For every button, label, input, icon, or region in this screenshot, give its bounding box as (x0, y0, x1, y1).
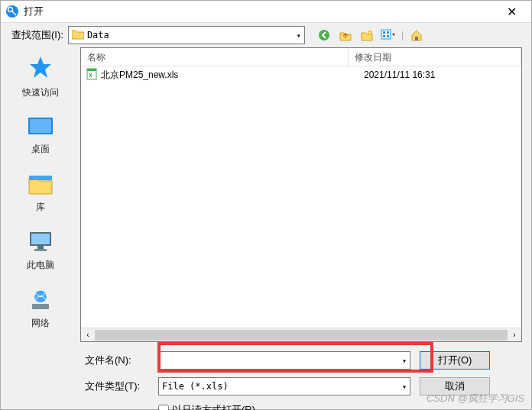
scroll-track[interactable] (95, 330, 508, 341)
column-headers: 名称 修改日期 (81, 48, 521, 66)
titlebar: 打开 ✕ (1, 1, 531, 23)
filetype-value: File (*.xls) (162, 381, 229, 392)
look-in-row: 查找范围(I): Data ▾ | (1, 23, 531, 47)
svg-rect-21 (87, 69, 96, 71)
chevron-down-icon: ▾ (402, 383, 407, 391)
chevron-down-icon: ▾ (297, 31, 301, 40)
svg-rect-12 (30, 119, 51, 133)
main-area: 快速访问 桌面 库 此电脑 网络 名称 修改日期 (1, 47, 531, 345)
file-name: 北京PM25_new.xls (101, 69, 364, 82)
svg-rect-10 (415, 37, 418, 40)
look-in-folder: Data (87, 30, 109, 40)
svg-rect-5 (381, 30, 391, 39)
svg-rect-13 (29, 176, 52, 180)
svg-rect-9 (387, 35, 389, 37)
filetype-row: 文件类型(T): File (*.xls) ▾ 取消 (85, 377, 521, 395)
folder-icon (72, 29, 84, 42)
scroll-right-icon[interactable]: › (508, 331, 521, 339)
filename-input[interactable]: ▾ (158, 351, 410, 370)
quick-access-icon (7, 55, 74, 83)
svg-rect-15 (31, 234, 50, 244)
filetype-dropdown[interactable]: File (*.xls) ▾ (158, 377, 410, 395)
cancel-button[interactable]: 取消 (420, 377, 490, 395)
sidebar-item-label: 桌面 (7, 143, 74, 156)
sidebar-item-this-pc[interactable]: 此电脑 (7, 226, 74, 276)
look-in-dropdown[interactable]: Data ▾ (68, 26, 305, 44)
column-header-date[interactable]: 修改日期 (349, 48, 521, 66)
readonly-row: 以只读方式打开(R) (85, 403, 521, 410)
horizontal-scrollbar[interactable]: ‹ › (81, 328, 521, 341)
sidebar-item-label: 快速访问 (7, 86, 74, 99)
sidebar-item-label: 网络 (7, 317, 74, 330)
xls-file-icon (86, 68, 98, 82)
sidebar-item-network[interactable]: 网络 (7, 284, 74, 334)
readonly-label: 以只读方式打开(R) (172, 403, 255, 410)
up-one-level-button[interactable] (337, 27, 354, 44)
places-sidebar: 快速访问 桌面 库 此电脑 网络 (4, 47, 77, 342)
file-list: 名称 修改日期 北京PM25_new.xls 2021/11/11 16:31 … (80, 47, 522, 342)
readonly-checkbox[interactable] (158, 405, 169, 410)
scroll-thumb[interactable] (95, 330, 508, 341)
view-menu-button[interactable] (380, 27, 397, 44)
svg-point-3 (319, 30, 329, 40)
open-button[interactable]: 打开(O) (420, 351, 490, 370)
dialog-title: 打开 (24, 5, 496, 18)
svg-rect-6 (383, 31, 385, 34)
sidebar-item-quick-access[interactable]: 快速访问 (7, 50, 74, 104)
nav-buttons: | (316, 27, 425, 44)
chevron-down-icon: ▾ (402, 357, 407, 365)
sidebar-item-libraries[interactable]: 库 (7, 168, 74, 218)
desktop-icon (7, 116, 74, 140)
app-icon (5, 5, 19, 18)
home-button[interactable] (408, 27, 425, 44)
svg-rect-19 (32, 304, 49, 309)
svg-rect-8 (383, 35, 385, 37)
this-pc-icon (7, 231, 74, 256)
svg-rect-17 (34, 249, 47, 251)
scroll-left-icon[interactable]: ‹ (81, 331, 95, 339)
filename-label: 文件名(N): (85, 354, 155, 367)
close-button[interactable]: ✕ (496, 1, 527, 22)
svg-rect-16 (37, 246, 44, 249)
back-button[interactable] (316, 27, 332, 44)
filename-row: 文件名(N): ▾ 打开(O) (85, 351, 521, 370)
file-modified: 2021/11/11 16:31 (364, 69, 435, 80)
sidebar-item-label: 此电脑 (7, 259, 74, 272)
look-in-label: 查找范围(I): (11, 28, 63, 42)
column-header-name[interactable]: 名称 (81, 48, 349, 66)
sidebar-item-label: 库 (7, 201, 74, 214)
sidebar-item-desktop[interactable]: 桌面 (7, 111, 74, 160)
file-rows: 北京PM25_new.xls 2021/11/11 16:31 (81, 66, 521, 328)
bottom-panel: 文件名(N): ▾ 打开(O) 文件类型(T): File (*.xls) ▾ … (1, 345, 531, 410)
libraries-icon (7, 173, 74, 198)
new-folder-button[interactable] (358, 27, 375, 44)
svg-rect-7 (387, 31, 389, 34)
network-icon (7, 289, 74, 314)
open-file-dialog: 打开 ✕ 查找范围(I): Data ▾ | (0, 0, 532, 410)
filetype-label: 文件类型(T): (85, 379, 155, 393)
separator: | (401, 30, 404, 40)
file-row[interactable]: 北京PM25_new.xls 2021/11/11 16:31 (81, 66, 521, 83)
